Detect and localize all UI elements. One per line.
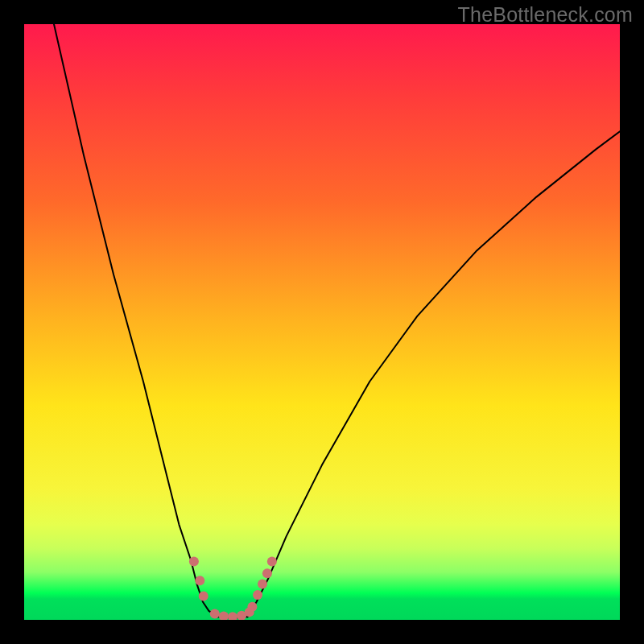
highlight-marker	[253, 590, 262, 600]
highlight-marker	[210, 609, 220, 619]
highlight-marker	[199, 591, 208, 601]
highlight-marker	[189, 556, 199, 566]
chart-canvas: TheBottleneck.com	[0, 0, 644, 644]
curve-svg-layer	[24, 24, 620, 620]
highlight-marker	[247, 602, 257, 612]
highlight-marker	[267, 556, 277, 566]
highlight-marker	[195, 576, 204, 585]
highlight-marker	[262, 568, 272, 578]
watermark-label: TheBottleneck.com	[458, 3, 633, 27]
curve-group	[54, 24, 620, 618]
plot-background-gradient	[24, 24, 620, 620]
highlight-marker	[258, 580, 267, 589]
highlight-marker	[228, 612, 237, 620]
marker-group	[189, 556, 277, 620]
bottleneck-curve-left	[54, 24, 218, 617]
highlight-marker	[219, 612, 229, 620]
bottleneck-curve-right	[248, 131, 621, 617]
